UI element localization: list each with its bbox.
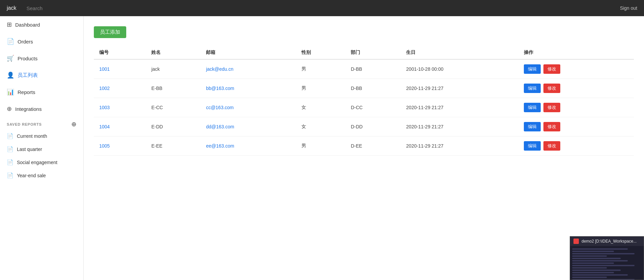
saved-report-label: Current month [17,133,47,139]
edit-button[interactable]: 编辑 [524,122,541,131]
sidebar-item-orders[interactable]: 📄 Orders [0,33,83,50]
reports-icon: 📊 [7,88,14,96]
code-line [572,260,628,261]
username-label: jack [7,5,16,11]
cell-dept: D-EE [345,136,401,156]
cell-email: dd@163.com [200,117,296,136]
code-line [572,277,607,278]
report-icon: 📄 [7,172,14,179]
sidebar-item-label: Reports [18,89,35,95]
code-line [572,265,635,266]
code-line [572,262,614,264]
table-row: 1001 jack jack@edu.cn 男 D-BB 2001-10-28 … [94,59,634,79]
topbar: jack Sign out [0,0,644,16]
cell-birthday: 2001-10-28 00:00 [401,59,518,79]
cell-name: E-DD [146,117,200,136]
idea-icon [573,239,579,244]
cell-name: E-BB [146,79,200,98]
col-header-email: 邮箱 [200,46,296,59]
edit-button[interactable]: 编辑 [524,103,541,112]
modify-button[interactable]: 修改 [543,84,560,93]
cell-dept: D-DD [345,117,401,136]
col-header-dept: 部门 [345,46,401,59]
saved-report-social-engagement[interactable]: 📄 Social engagement [0,156,83,169]
taskbar-preview[interactable]: demo2 [D:\IDEA_Workspace... [570,236,644,280]
saved-report-label: Year-end sale [17,173,46,178]
sidebar-item-reports[interactable]: 📊 Reports [0,84,83,100]
saved-report-year-end-sale[interactable]: 📄 Year-end sale [0,169,83,182]
cell-gender: 女 [296,117,346,136]
integrations-icon: ⊕ [7,105,12,113]
search-input[interactable] [26,5,610,11]
cell-birthday: 2020-11-29 21:27 [401,117,518,136]
edit-button[interactable]: 编辑 [524,64,541,74]
cell-email: cc@163.com [200,98,296,117]
edit-button[interactable]: 编辑 [524,141,541,151]
sidebar-item-employee-list[interactable]: 👤 员工列表 [0,67,83,84]
cell-name: jack [146,59,200,79]
cell-id: 1005 [94,136,146,156]
main-content: 员工添加 编号 姓名 邮箱 性别 部门 生日 操作 1001 jack jack… [84,16,644,280]
modify-button[interactable]: 修改 [543,122,560,131]
report-icon: 📄 [7,146,14,152]
cell-email: bb@163.com [200,79,296,98]
signout-button[interactable]: Sign out [620,5,637,11]
edit-button[interactable]: 编辑 [524,84,541,93]
cell-dept: D-BB [345,59,401,79]
taskbar-preview-title: demo2 [D:\IDEA_Workspace... [582,239,637,244]
cell-gender: 男 [296,59,346,79]
table-row: 1004 E-DD dd@163.com 女 D-DD 2020-11-29 2… [94,117,634,136]
cell-name: E-EE [146,136,200,156]
modify-button[interactable]: 修改 [543,103,560,112]
sidebar-item-products[interactable]: 🛒 Products [0,50,83,67]
taskbar-preview-body [570,246,644,280]
code-line [572,258,621,259]
cell-email: jack@edu.cn [200,59,296,79]
add-saved-report-button[interactable]: ⊕ [71,121,77,127]
saved-report-current-month[interactable]: 📄 Current month [0,129,83,143]
sidebar-item-label: Orders [18,39,33,44]
col-header-birthday: 生日 [401,46,518,59]
cell-actions: 编辑 修改 [518,136,634,156]
sidebar: ⊞ Dashboard 📄 Orders 🛒 Products 👤 员工列表 📊… [0,16,84,280]
sidebar-item-label: Integrations [15,106,42,112]
col-header-name: 姓名 [146,46,200,59]
saved-reports-label: SAVED REPORTS [7,122,42,126]
code-line [572,279,635,280]
cell-email: ee@163.com [200,136,296,156]
cell-actions: 编辑 修改 [518,79,634,98]
code-line [572,270,621,271]
code-line [572,251,614,252]
sidebar-item-integrations[interactable]: ⊕ Integrations [0,100,83,117]
sidebar-item-label: 员工列表 [18,72,38,79]
cell-gender: 女 [296,98,346,117]
dashboard-icon: ⊞ [7,21,12,28]
cell-gender: 男 [296,79,346,98]
sidebar-item-label: Dashboard [15,22,40,28]
add-employee-button[interactable]: 员工添加 [94,26,126,38]
saved-reports-header: SAVED REPORTS ⊕ [0,117,83,129]
taskbar-preview-header: demo2 [D:\IDEA_Workspace... [570,237,644,246]
cell-id: 1004 [94,117,146,136]
cell-birthday: 2020-11-29 21:27 [401,98,518,117]
table-row: 1002 E-BB bb@163.com 男 D-BB 2020-11-29 2… [94,79,634,98]
orders-icon: 📄 [7,38,14,45]
saved-report-last-quarter[interactable]: 📄 Last quarter [0,143,83,156]
cell-dept: D-BB [345,79,401,98]
code-line [572,248,628,250]
sidebar-item-label: Products [18,56,37,61]
table-row: 1005 E-EE ee@163.com 男 D-EE 2020-11-29 2… [94,136,634,156]
modify-button[interactable]: 修改 [543,64,560,74]
modify-button[interactable]: 修改 [543,141,560,151]
cell-actions: 编辑 修改 [518,98,634,117]
table-row: 1003 E-CC cc@163.com 女 D-CC 2020-11-29 2… [94,98,634,117]
code-line [572,267,607,269]
report-icon: 📄 [7,159,14,165]
cell-actions: 编辑 修改 [518,59,634,79]
report-icon: 📄 [7,133,14,139]
cell-dept: D-CC [345,98,401,117]
cell-id: 1003 [94,98,146,117]
sidebar-item-dashboard[interactable]: ⊞ Dashboard [0,16,83,33]
code-line [572,253,635,254]
code-line [572,274,628,276]
